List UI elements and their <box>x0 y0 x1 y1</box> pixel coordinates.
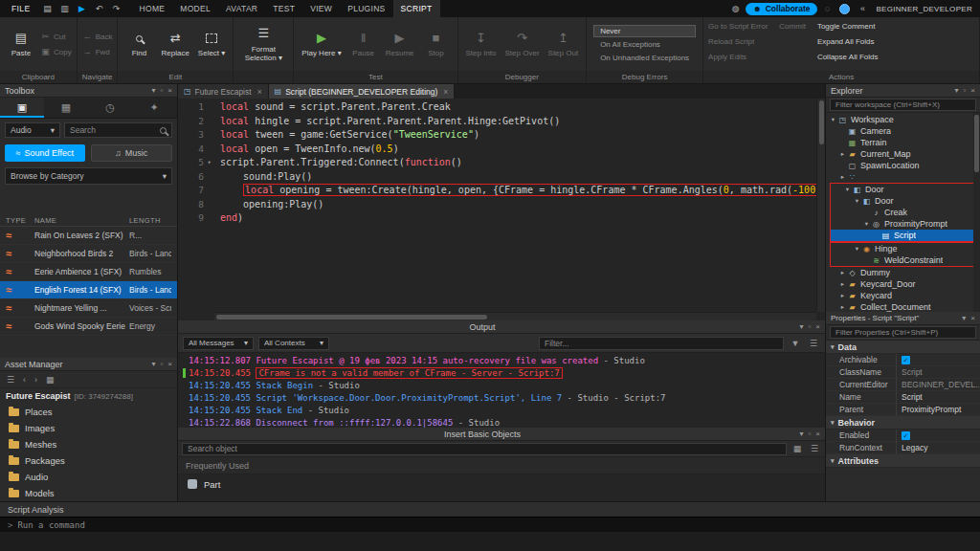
tree-item-collect_document[interactable]: ▸▰Collect_Document <box>826 301 980 312</box>
section-data[interactable]: ▾Data <box>826 341 980 354</box>
toolbox-row[interactable]: ≈Nightmare Yelling ...Voices - Scr <box>0 299 177 318</box>
popout-icon[interactable]: ▫ <box>963 87 966 95</box>
section-attributes[interactable]: ▾Attributes <box>826 454 980 468</box>
command-bar[interactable]: > Run a command <box>0 517 980 532</box>
contexts-filter-dropdown[interactable]: All Contexts▾ <box>258 337 329 350</box>
find-button[interactable]: Find <box>122 21 155 67</box>
frequently-used-section[interactable]: Frequently Used <box>178 457 825 474</box>
undo-icon[interactable]: ↶ <box>92 0 107 17</box>
tree-item-current_map[interactable]: ▸▰Current_Map <box>826 148 980 160</box>
tree-item-weldconstraint[interactable]: ≋WeldConstraint <box>831 254 973 266</box>
asset-item-images[interactable]: Images <box>0 420 177 436</box>
back-button[interactable]: ←Back <box>82 31 113 42</box>
script-analysis-bar[interactable]: Script Analysis <box>0 501 980 517</box>
collaborate-button[interactable]: ☻ Collaborate <box>746 3 818 15</box>
pause-button[interactable]: ‖ Pause <box>347 21 380 67</box>
step-into-button[interactable]: ↧ Step Into <box>463 21 500 67</box>
stop-button[interactable]: ■ Stop <box>420 21 453 67</box>
editor-vertical-scrollbar[interactable] <box>816 99 825 312</box>
expand-arrow-icon[interactable]: ▾ <box>829 116 837 123</box>
chevron-down-icon[interactable]: ▾ <box>954 87 958 95</box>
chevron-down-icon[interactable]: ▾ <box>799 323 803 331</box>
explorer-filter-input[interactable]: Filter workspace (Ctrl+Shift+X) <box>830 99 976 111</box>
view-grid-icon[interactable]: ▦ <box>791 444 804 453</box>
funnel-icon[interactable]: ▼ <box>789 339 802 348</box>
redo-icon[interactable]: ↷ <box>109 0 124 17</box>
toolbox-tab-recent[interactable]: ◷ <box>88 98 132 118</box>
toolbox-row[interactable]: ≈Rain On Leaves 2 (SFX)R... <box>0 227 177 245</box>
editor-tab[interactable]: ▤Script (BEGINNER_DEVELOPER Editing)× <box>269 84 456 99</box>
tree-item-proximityprompt[interactable]: ▾◎ProximityPrompt <box>831 218 973 230</box>
fold-arrow-icon[interactable]: ▾ <box>204 156 214 170</box>
tree-item-camera[interactable]: ▣Camera <box>826 125 980 137</box>
close-icon[interactable]: × <box>815 323 820 331</box>
play-icon[interactable]: ▶ <box>75 0 90 17</box>
copy-button[interactable]: ▣Copy <box>40 46 72 57</box>
nav-forward-icon[interactable]: › <box>34 375 37 385</box>
close-icon[interactable]: × <box>970 315 975 322</box>
notifications-icon[interactable]: ◍ <box>728 0 744 17</box>
menubar-tab-home[interactable]: HOME <box>132 0 173 17</box>
expand-arrow-icon[interactable]: ▾ <box>853 245 861 253</box>
property-row-enabled[interactable]: Enabled✓ <box>826 430 980 442</box>
editor-code[interactable]: local sound = script.Parent.Parent.Creak… <box>214 99 825 320</box>
chevron-down-icon[interactable]: ▾ <box>799 430 803 438</box>
editor-horizontal-scrollbar[interactable] <box>214 312 816 320</box>
tree-item-keycard_door[interactable]: ▸▰Keycard_Door <box>826 278 980 290</box>
chevron-down-icon[interactable]: ▾ <box>962 315 966 322</box>
property-row-classname[interactable]: ClassNameScript <box>826 366 980 379</box>
popout-icon[interactable]: ▫ <box>160 361 163 368</box>
property-row-parent[interactable]: ParentProximityPrompt <box>826 404 980 416</box>
tree-item-unnamed[interactable]: ▸∵ <box>826 171 980 183</box>
apply-edits-button[interactable]: Apply Edits <box>708 52 768 62</box>
output-filter-input[interactable]: Filter... <box>539 337 784 350</box>
cut-button[interactable]: ✂Cut <box>40 31 72 42</box>
property-row-currenteditor[interactable]: CurrentEditorBEGINNER_DEVEL... <box>826 379 980 391</box>
code-line[interactable]: end) <box>220 211 825 226</box>
asset-item-packages[interactable]: Packages <box>0 452 177 469</box>
tree-item-dummy[interactable]: ▸◇Dummy <box>826 267 980 278</box>
close-icon[interactable]: × <box>815 430 820 438</box>
view-list-icon[interactable]: ☰ <box>808 444 821 453</box>
script-editor[interactable]: 12345▾6789 local sound = script.Parent.P… <box>178 99 825 320</box>
tree-item-creak[interactable]: ♪Creak <box>831 207 973 218</box>
code-line[interactable]: local hingle = script.Parent.Parent.Pare… <box>220 115 825 129</box>
toggle-comment-button[interactable]: Toggle Comment <box>817 21 879 32</box>
category-dropdown[interactable]: Audio▾ <box>5 122 60 138</box>
toolbox-tab-creations[interactable]: ✦ <box>132 98 176 118</box>
close-icon[interactable]: × <box>257 87 262 97</box>
toolbox-row[interactable]: ≈English Forest 14 (SFX)Birds - Lanc <box>0 281 177 299</box>
close-icon[interactable]: × <box>970 87 975 95</box>
menubar-tab-avatar[interactable]: AVATAR <box>218 0 265 17</box>
property-row-runcontext[interactable]: RunContextLegacy <box>826 442 980 454</box>
expand-arrow-icon[interactable]: ▾ <box>853 197 861 205</box>
publish-icon[interactable]: ▥ <box>57 0 73 17</box>
expand-arrow-icon[interactable]: ▸ <box>838 280 847 288</box>
toolbox-search-input[interactable]: Search <box>64 122 172 138</box>
output-lines[interactable]: 14:15:12.807 Future Escapist @ 19 фев 20… <box>178 353 825 428</box>
menubar-tab-test[interactable]: TEST <box>265 0 302 17</box>
word-wrap-icon[interactable]: ☰ <box>807 339 820 348</box>
section-behavior[interactable]: ▾Behavior <box>826 416 980 430</box>
expand-arrow-icon[interactable]: ▸ <box>838 173 847 181</box>
asset-item-meshes[interactable]: Meshes <box>0 436 177 452</box>
sound-effect-toggle[interactable]: ≈Sound Effect <box>5 144 85 162</box>
code-line[interactable]: local open = TweenInfo.new(0.5) <box>220 143 825 157</box>
chevron-down-icon[interactable]: ▾ <box>151 87 155 95</box>
live-status-icon[interactable]: ◌ <box>819 0 835 17</box>
expand-arrow-icon[interactable]: ▸ <box>838 303 847 311</box>
code-line[interactable]: script.Parent.Triggered:Connect(function… <box>220 156 825 170</box>
step-out-button[interactable]: ↥ Step Out <box>546 21 582 67</box>
hamburger-icon[interactable]: ☰ <box>7 375 14 385</box>
insert-item-part[interactable]: Part <box>178 474 825 494</box>
file-menu[interactable]: FILE <box>4 0 38 17</box>
toolbox-tab-inventory[interactable]: ▦ <box>44 98 88 118</box>
share-icon[interactable]: « <box>855 0 870 17</box>
asset-item-places[interactable]: Places <box>0 404 177 420</box>
collapse-all-folds-button[interactable]: Collapse All Folds <box>817 52 879 62</box>
messages-filter-dropdown[interactable]: All Messages▾ <box>183 337 254 350</box>
popout-icon[interactable]: ▫ <box>808 323 811 331</box>
expand-all-folds-button[interactable]: Expand All Folds <box>817 36 879 47</box>
select-button[interactable]: Select ▾ <box>195 21 228 67</box>
reload-script-button[interactable]: Reload Script <box>708 36 768 47</box>
